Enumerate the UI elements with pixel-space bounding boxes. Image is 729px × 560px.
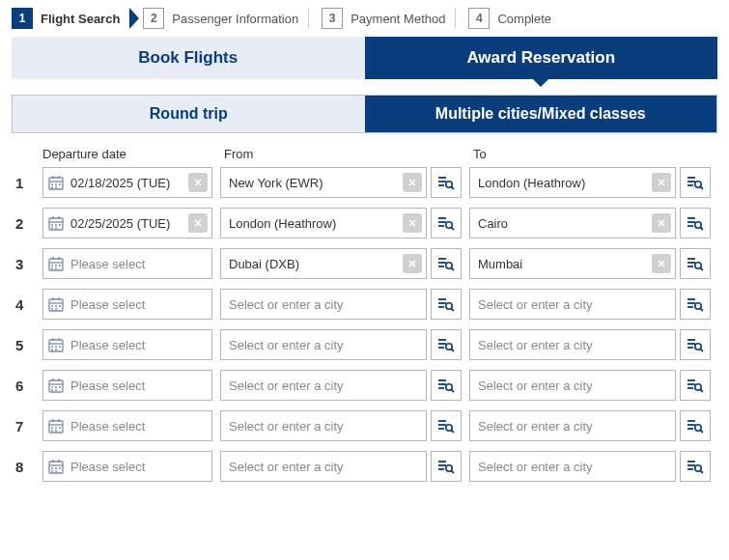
from-city-input[interactable] [221, 330, 426, 359]
list-search-icon [686, 377, 705, 394]
date-input-wrap[interactable] [42, 208, 212, 238]
to-city-lookup-button[interactable] [680, 329, 711, 360]
from-city-lookup-button[interactable] [431, 329, 462, 360]
to-city-input[interactable] [470, 452, 675, 481]
from-city-lookup-button[interactable] [431, 451, 462, 482]
from-city-input[interactable] [221, 168, 403, 197]
from-city-input[interactable] [221, 290, 426, 319]
clear-date-button[interactable] [188, 213, 208, 233]
to-input-wrap[interactable] [469, 208, 676, 238]
departure-date-input[interactable] [69, 452, 211, 481]
from-input-wrap[interactable] [220, 248, 427, 279]
to-city-input[interactable] [470, 290, 675, 319]
from-city-lookup-button[interactable] [431, 410, 462, 441]
to-input-wrap[interactable] [469, 329, 676, 360]
departure-date-input[interactable] [69, 411, 211, 440]
from-input-wrap[interactable] [220, 167, 427, 198]
row-index: 8 [12, 459, 42, 475]
to-city-lookup-button[interactable] [680, 248, 711, 279]
tab-round-trip[interactable]: Round trip [13, 96, 365, 132]
from-city-lookup-button[interactable] [431, 167, 462, 198]
departure-date-input[interactable] [69, 168, 188, 197]
date-input-wrap[interactable] [42, 451, 212, 482]
header-to: To [469, 147, 711, 161]
step-complete: 4 Complete [468, 8, 571, 29]
departure-date-input[interactable] [69, 330, 211, 359]
from-city-lookup-button[interactable] [431, 248, 462, 279]
list-search-icon [686, 417, 705, 434]
to-input-wrap[interactable] [469, 248, 676, 279]
clear-date-button[interactable] [188, 173, 208, 192]
from-city-lookup-button[interactable] [431, 289, 462, 320]
chevron-right-icon [308, 8, 318, 29]
to-city-input[interactable] [470, 249, 652, 278]
to-city-lookup-button[interactable] [680, 451, 711, 482]
from-city-input[interactable] [221, 371, 426, 400]
step-number: 1 [12, 8, 33, 29]
tab-book-flights[interactable]: Book Flights [12, 37, 365, 79]
from-city-lookup-button[interactable] [431, 208, 462, 238]
departure-date-input[interactable] [69, 249, 211, 278]
date-input-wrap[interactable] [42, 410, 212, 441]
from-input-wrap[interactable] [220, 289, 427, 320]
from-input-wrap[interactable] [220, 410, 427, 441]
to-city-lookup-button[interactable] [680, 410, 711, 441]
to-city-input[interactable] [470, 168, 652, 197]
date-input-wrap[interactable] [42, 289, 212, 320]
from-city-input[interactable] [221, 209, 403, 238]
flight-row: 7 [12, 410, 717, 441]
from-city-input[interactable] [221, 249, 403, 278]
step-number: 4 [468, 8, 490, 29]
row-index: 3 [12, 256, 42, 272]
step-number: 2 [143, 8, 164, 29]
calendar-icon [43, 417, 69, 434]
from-input-wrap[interactable] [220, 208, 427, 238]
clear-from-button[interactable] [403, 213, 422, 233]
clear-from-button[interactable] [403, 254, 422, 273]
list-search-icon [686, 255, 705, 272]
to-city-lookup-button[interactable] [680, 208, 711, 238]
date-input-wrap[interactable] [42, 329, 212, 360]
departure-date-input[interactable] [69, 290, 211, 319]
header-departure-date: Departure date [42, 147, 220, 161]
to-input-wrap[interactable] [469, 410, 676, 441]
calendar-icon [43, 174, 69, 191]
step-flight-search: 1 Flight Search [12, 8, 139, 29]
flight-row: 5 [12, 329, 717, 360]
from-input-wrap[interactable] [220, 451, 427, 482]
to-city-input[interactable] [470, 411, 675, 440]
flight-row: 8 [12, 451, 717, 482]
from-city-lookup-button[interactable] [431, 370, 462, 401]
to-input-wrap[interactable] [469, 370, 676, 401]
flight-row: 6 [12, 370, 717, 401]
date-input-wrap[interactable] [42, 167, 212, 198]
from-city-input[interactable] [221, 452, 426, 481]
from-input-wrap[interactable] [220, 329, 427, 360]
step-passenger-info: 2 Passenger Information [143, 8, 318, 29]
departure-date-input[interactable] [69, 209, 188, 238]
from-city-input[interactable] [221, 411, 426, 440]
to-input-wrap[interactable] [469, 451, 676, 482]
to-city-input[interactable] [470, 330, 675, 359]
to-city-lookup-button[interactable] [680, 167, 711, 198]
to-city-input[interactable] [470, 209, 652, 238]
calendar-icon [43, 255, 69, 272]
clear-to-button[interactable] [652, 173, 671, 192]
to-input-wrap[interactable] [469, 289, 676, 320]
clear-to-button[interactable] [652, 254, 671, 273]
to-city-lookup-button[interactable] [680, 370, 711, 401]
date-input-wrap[interactable] [42, 248, 212, 279]
list-search-icon [436, 214, 456, 232]
to-city-input[interactable] [470, 371, 675, 400]
to-city-lookup-button[interactable] [680, 289, 711, 320]
list-search-icon [686, 214, 705, 232]
clear-from-button[interactable] [403, 173, 422, 192]
row-index: 2 [12, 215, 42, 232]
from-input-wrap[interactable] [220, 370, 427, 401]
departure-date-input[interactable] [69, 371, 211, 400]
clear-to-button[interactable] [652, 213, 671, 233]
tab-award-reservation[interactable]: Award Reservation [365, 37, 718, 79]
tab-multi-city[interactable]: Multiple cities/Mixed classes [365, 96, 717, 132]
to-input-wrap[interactable] [469, 167, 676, 198]
date-input-wrap[interactable] [42, 370, 212, 401]
